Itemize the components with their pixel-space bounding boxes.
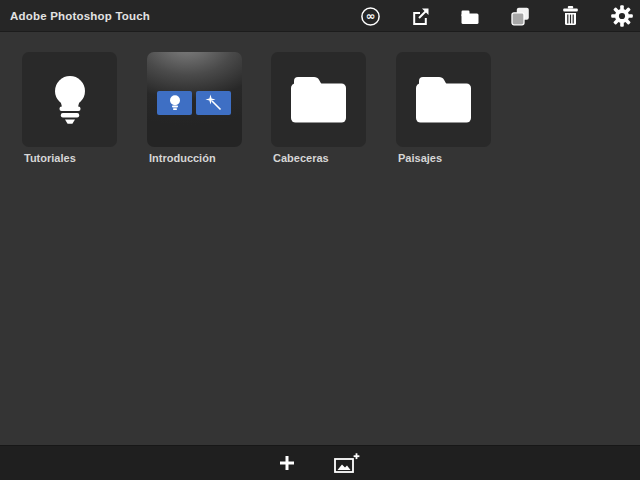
plus-icon	[280, 456, 294, 470]
creative-cloud-icon: ∞	[360, 6, 381, 27]
project-tile-cabeceras[interactable]: Cabeceras	[271, 52, 366, 164]
project-label: Introducción	[147, 152, 242, 164]
thumbnail-content	[157, 91, 231, 115]
project-label: Cabeceras	[271, 152, 366, 164]
project-label: Tutoriales	[22, 152, 117, 164]
bottom-bar	[0, 445, 640, 480]
trash-icon	[562, 6, 579, 26]
project-tile-paisajes[interactable]: Paisajes	[396, 52, 491, 164]
project-tile-introduccion[interactable]: Introducción	[147, 52, 242, 164]
thumbnail-magic-wand-tile	[196, 91, 231, 115]
creative-cloud-button[interactable]: ∞	[350, 0, 390, 32]
svg-text:∞: ∞	[365, 9, 375, 23]
tutorials-thumbnail	[22, 52, 117, 147]
duplicate-button[interactable]	[500, 0, 540, 32]
project-tile-tutoriales[interactable]: Tutoriales	[22, 52, 117, 164]
folder-icon	[460, 8, 480, 25]
app-title: Adobe Photoshop Touch	[10, 0, 150, 32]
project-thumbnail	[147, 52, 242, 147]
new-project-button[interactable]	[276, 446, 298, 480]
share-export-icon	[411, 7, 430, 26]
share-button[interactable]	[400, 0, 440, 32]
thumbnail-lightbulb-tile	[157, 91, 192, 115]
open-folder-button[interactable]	[450, 0, 490, 32]
top-bar: Adobe Photoshop Touch ∞	[0, 0, 640, 32]
folder-thumbnail	[271, 52, 366, 147]
add-image-icon	[334, 453, 360, 473]
small-lightbulb-icon	[169, 95, 181, 111]
folder-icon	[291, 77, 347, 123]
delete-button[interactable]	[550, 0, 590, 32]
magic-wand-icon	[205, 94, 223, 112]
add-image-button[interactable]	[330, 446, 364, 480]
folder-icon	[416, 77, 472, 123]
lightbulb-icon	[54, 76, 86, 124]
project-label: Paisajes	[396, 152, 491, 164]
folder-thumbnail	[396, 52, 491, 147]
duplicate-icon	[511, 7, 530, 26]
settings-button[interactable]	[602, 0, 640, 32]
gear-icon	[611, 5, 633, 27]
